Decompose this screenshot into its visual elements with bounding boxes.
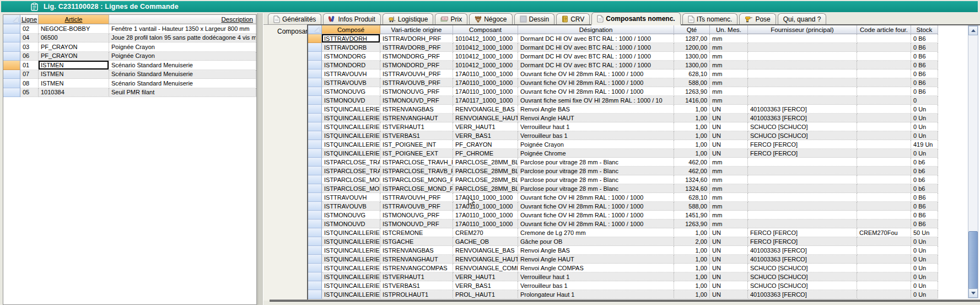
cell-compose[interactable]: ISTPARCLOSE_MONG: [322, 175, 380, 184]
components-column-header-6[interactable]: Fournisseur (principal): [748, 25, 857, 34]
cell-code[interactable]: [857, 96, 911, 105]
cell-stock[interactable]: 0 B6: [911, 61, 938, 69]
cell-fournisseur[interactable]: [748, 158, 857, 167]
cell-compose[interactable]: ISTQUINCAILLERIE: [322, 131, 380, 140]
cell-article[interactable]: ISTMEN: [39, 70, 109, 79]
cell-stock[interactable]: 0 Un: [911, 131, 938, 140]
cell-stock[interactable]: 0 Un: [911, 272, 938, 281]
cell-article[interactable]: ISTMEN: [39, 79, 109, 88]
cell-compose[interactable]: ISTQUINCAILLERIE: [322, 228, 380, 237]
cell-um[interactable]: mm: [710, 43, 748, 52]
row-selector[interactable]: [308, 105, 322, 114]
cell-composant[interactable]: 17A0110_1000_1000: [453, 202, 518, 211]
cell-vari[interactable]: ISTRENVANGBAS: [380, 246, 453, 255]
cell-fournisseur[interactable]: [748, 69, 857, 78]
cell-qte[interactable]: 1300,00: [674, 61, 710, 69]
cell-um[interactable]: mm: [710, 87, 748, 96]
cell-fournisseur[interactable]: [748, 52, 857, 61]
cell-fournisseur[interactable]: [748, 167, 857, 175]
cell-qte[interactable]: 1263,90: [674, 87, 710, 96]
cell-vari[interactable]: ISTPARCLOSE_MONG_PRF: [380, 175, 453, 184]
cell-code[interactable]: [857, 255, 911, 264]
cell-fournisseur[interactable]: [748, 61, 857, 69]
cell-designation[interactable]: Poignée Chrome: [518, 149, 674, 158]
cell-qte[interactable]: 1,00: [674, 114, 710, 122]
row-selector[interactable]: [308, 193, 322, 202]
cell-compose[interactable]: ISTTRAVOUVB: [322, 202, 380, 211]
cell-ligne[interactable]: 07: [20, 70, 39, 79]
cell-stock[interactable]: 0 b6: [911, 167, 938, 175]
cell-um[interactable]: mm: [710, 52, 748, 61]
cell-compose[interactable]: ISTQUINCAILLERIE: [322, 140, 380, 149]
cell-composant[interactable]: 17A0110_1000_1000: [453, 193, 518, 202]
cell-qte[interactable]: 1200,00: [674, 43, 710, 52]
cell-um[interactable]: UN: [710, 228, 748, 237]
cell-designation[interactable]: Ouvrant fiche OV HI 28mm RAL : 1000 / 10…: [518, 193, 674, 202]
cell-qte[interactable]: 1324,60: [674, 184, 710, 193]
cell-designation[interactable]: Renvoi Angle BAS: [518, 246, 674, 255]
cell-qte[interactable]: 462,00: [674, 158, 710, 167]
cell-stock[interactable]: 0 B6: [911, 34, 938, 43]
cell-fournisseur[interactable]: [748, 193, 857, 202]
tab-qui-quand[interactable]: Qui, quand ?: [778, 13, 827, 24]
cell-designation[interactable]: Renvoi Angle HAUT: [518, 114, 674, 122]
tab-composants-nomenc[interactable]: Composants nomenc.: [591, 12, 680, 24]
panel-splitter[interactable]: [257, 13, 263, 305]
cell-vari[interactable]: ISTRENVANGHAUT: [380, 114, 453, 122]
cell-compose[interactable]: ISTMONOUVG: [322, 87, 380, 96]
scroll-up-button[interactable]: [968, 26, 978, 35]
cell-fournisseur[interactable]: SCHUCO [SCHUCO]: [748, 122, 857, 131]
cell-composant[interactable]: RENVOIANGLE_BAS: [453, 105, 518, 114]
components-column-header-4[interactable]: Qté: [674, 25, 710, 34]
cell-qte[interactable]: 1324,60: [674, 175, 710, 184]
cell-vari[interactable]: ISTPARCLOSE_TRAVH_PRF: [380, 158, 453, 167]
cell-designation[interactable]: Ouvrant fiche OV HI 28mm RAL : 1000 / 10…: [518, 87, 674, 96]
cell-designation[interactable]: Ouvrant fiche OV HI 28mm RAL : 1000 / 10…: [518, 220, 674, 228]
cell-stock[interactable]: 0 B6: [911, 211, 938, 220]
row-selector[interactable]: [308, 237, 322, 246]
scroll-down-button[interactable]: [968, 288, 978, 298]
cell-stock[interactable]: 0 Un: [911, 246, 938, 255]
cell-fournisseur[interactable]: SCHUCO [SCHUCO]: [748, 281, 857, 290]
cell-um[interactable]: UN: [710, 246, 748, 255]
row-selector[interactable]: [308, 255, 322, 264]
cell-stock[interactable]: 0 b6: [911, 184, 938, 193]
column-header-description[interactable]: Description: [109, 15, 256, 24]
cell-code[interactable]: [857, 264, 911, 272]
cell-ligne[interactable]: 08: [20, 79, 39, 88]
cell-fournisseur[interactable]: [748, 34, 857, 43]
cell-designation[interactable]: Verrouilleur haut 1: [518, 122, 674, 131]
cell-vari[interactable]: ISTRENVANGBAS: [380, 105, 453, 114]
cell-fournisseur[interactable]: FERCO [FERCO]: [748, 228, 857, 237]
scrollbar-thumb[interactable]: [968, 231, 978, 290]
row-selector[interactable]: [308, 122, 322, 131]
cell-vari[interactable]: ISTPROLHAUT1: [380, 290, 453, 299]
row-selector[interactable]: [308, 69, 322, 78]
cell-code[interactable]: [857, 220, 911, 228]
cell-um[interactable]: mm: [710, 34, 748, 43]
row-selector[interactable]: [308, 87, 322, 96]
cell-compose[interactable]: ISTMONDORG: [322, 52, 380, 61]
cell-compose[interactable]: ISTTRAVOUVH: [322, 193, 380, 202]
column-header-article[interactable]: Article: [39, 15, 109, 24]
cell-fournisseur[interactable]: SCHUCO [SCHUCO]: [748, 264, 857, 272]
cell-compose[interactable]: ISTQUINCAILLERIE: [322, 246, 380, 255]
cell-designation[interactable]: Ouvrant fiche semi fixe OV HI 28mm RAL :…: [518, 96, 674, 105]
cell-compose[interactable]: ISTQUINCAILLERIE: [322, 122, 380, 131]
cell-um[interactable]: UN: [710, 122, 748, 131]
cell-fournisseur[interactable]: [748, 96, 857, 105]
cell-vari[interactable]: ISTTRAVOUVH_PRF: [380, 193, 453, 202]
cell-designation[interactable]: Renvoi Angle HAUT: [518, 255, 674, 264]
cell-code[interactable]: [857, 281, 911, 290]
cell-article[interactable]: ISTMEN: [39, 61, 109, 70]
cell-composant[interactable]: PARCLOSE_28MM_BLANC: [453, 175, 518, 184]
cell-designation[interactable]: Ouvrant fiche OV HI 28mm RAL : 1000 / 10…: [518, 211, 674, 220]
cell-fournisseur[interactable]: FERCO [FERCO]: [748, 149, 857, 158]
cell-composant[interactable]: 17A0110_1000_1000: [453, 220, 518, 228]
cell-um[interactable]: mm: [710, 167, 748, 175]
cell-qte[interactable]: 1451,90: [674, 211, 710, 220]
cell-vari[interactable]: IST_POIGNEE_INT: [380, 140, 453, 149]
cell-designation[interactable]: Gâche pour OB: [518, 237, 674, 246]
cell-description[interactable]: Poignée Crayon: [109, 42, 256, 52]
cell-qte[interactable]: 628,10: [674, 69, 710, 78]
